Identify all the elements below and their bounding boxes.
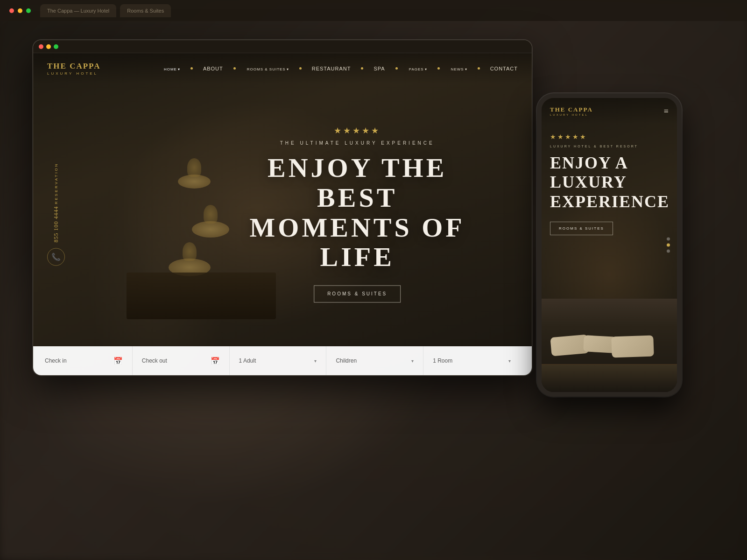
browser-tab-secondary[interactable]: Rooms & Suites [120,4,171,17]
side-reservation: RESERVATION 855 100 4444 📞 [47,162,65,266]
rooms-field[interactable]: 1 Room ▾ [423,346,520,375]
reservation-phone: 855 100 4444 [53,206,60,243]
hotel-website: THE CAPPA LUXURY HOTEL HOME▾ ABOUT ROOMS… [33,53,532,375]
nav-separator-6 [437,67,440,70]
nav-separator-2 [233,67,236,70]
hero-title: ENJOY THE BEST MOMENTS OF LIFE [233,153,482,272]
pillow-3 [611,335,654,357]
mockup-close[interactable] [39,44,43,49]
children-label: Children [336,357,357,364]
children-field[interactable]: Children ▾ [326,346,423,375]
nav-about[interactable]: ABOUT [203,66,223,71]
hat-decoration-2 [192,221,229,238]
adults-dropdown-arrow: ▾ [314,358,317,364]
rooms-dropdown-arrow: ▾ [508,358,511,364]
nav-restaurant[interactable]: RESTAURANT [312,66,351,71]
adults-label: 1 Adult [239,357,256,364]
nav-home[interactable]: HOME▾ [163,66,180,71]
mobile-slide-dots [667,238,670,253]
mobile-dot-1[interactable] [667,238,670,241]
nav-news[interactable]: NEWS▾ [450,66,467,71]
reservation-label: RESERVATION [54,162,58,204]
mockup-minimize[interactable] [46,44,51,49]
children-dropdown-arrow: ▾ [411,358,414,364]
hero-subtitle: THE ULTIMATE LUXURY EXPERIENCE [233,140,482,146]
window-expand-dot[interactable] [26,8,31,13]
checkin-field[interactable]: Check in 📅 [45,346,133,375]
checkout-label: Check out [142,357,167,364]
mobile-stars: ★★★★★ [550,133,669,141]
nav-rooms[interactable]: ROOMS & SUITES▾ [246,66,289,71]
hero-cta-button[interactable]: ROOMS & SUITES [314,286,401,303]
mobile-hero-subtitle: LUXURY HOTEL & BEST RESORT [550,145,669,148]
adults-field[interactable]: 1 Adult ▾ [230,346,327,375]
desktop-mockup: THE CAPPA LUXURY HOTEL HOME▾ ABOUT ROOMS… [33,40,532,376]
bed-frame [542,364,677,392]
mobile-hero-content: ★★★★★ LUXURY HOTEL & BEST RESORT ENJOY A… [542,133,677,235]
mobile-logo[interactable]: THE CAPPA LUXURY HOTEL [550,106,593,116]
main-navigation: THE CAPPA LUXURY HOTEL HOME▾ ABOUT ROOMS… [33,53,532,84]
mobile-logo-tagline: LUXURY HOTEL [550,113,593,116]
phone-symbol: 📞 [51,252,61,261]
window-minimize-dot[interactable] [18,8,22,13]
mobile-bed-area [542,275,677,392]
nav-contact[interactable]: CONTACT [490,66,518,71]
logo-name: THE CAPPA [47,62,101,71]
mobile-hero-title: ENJOY A LUXURY EXPERIENCE [550,154,669,211]
hero-stars: ★★★★★ [233,126,482,136]
logo-tagline: LUXURY HOTEL [47,71,101,76]
browser-tab-label: The Cappa — Luxury Hotel [47,8,109,14]
bed-visual [542,299,677,392]
mobile-logo-name: THE CAPPA [550,106,593,113]
window-close-dot[interactable] [9,8,14,13]
browser-tab-bar: The Cappa — Luxury Hotel Rooms & Suites [0,0,747,21]
nav-separator-4 [361,67,363,70]
checkout-field[interactable]: Check out 📅 [133,346,230,375]
mobile-navigation: THE CAPPA LUXURY HOTEL ≡ [542,98,677,124]
mockup-title-bar [33,40,532,53]
mobile-dot-2[interactable] [667,244,670,247]
nav-separator-5 [395,67,398,70]
browser-tab-label-2: Rooms & Suites [127,8,164,14]
mobile-mockup: THE CAPPA LUXURY HOTEL ≡ ★★★★★ LUXURY HO… [537,93,682,397]
booking-bar: Check in 📅 Check out 📅 1 Adult ▾ Childre… [33,346,532,375]
calendar-icon-checkin: 📅 [113,357,123,365]
mobile-website: THE CAPPA LUXURY HOTEL ≡ ★★★★★ LUXURY HO… [542,98,677,392]
phone-icon[interactable]: 📞 [47,248,65,266]
checkin-label: Check in [45,357,67,364]
mobile-dot-3[interactable] [667,250,670,253]
nav-pages[interactable]: PAGES▾ [408,66,427,71]
nav-separator [190,67,193,70]
rooms-label: 1 Room [433,357,452,364]
mockup-maximize[interactable] [54,44,58,49]
browser-tab-active[interactable]: The Cappa — Luxury Hotel [40,4,116,17]
nav-separator-3 [299,67,302,70]
site-logo[interactable]: THE CAPPA LUXURY HOTEL [47,62,101,76]
mobile-menu-button[interactable]: ≡ [664,107,669,115]
mobile-cta-button[interactable]: ROOMS & SUITES [550,222,613,235]
hero-content: ★★★★★ THE ULTIMATE LUXURY EXPERIENCE ENJ… [233,126,482,302]
nav-separator-7 [478,67,480,70]
hat-decoration-1 [178,175,211,189]
nav-links-container: HOME▾ ABOUT ROOMS & SUITES▾ RESTAURANT S… [163,66,518,71]
nav-spa[interactable]: SPA [374,66,385,71]
calendar-icon-checkout: 📅 [211,357,220,365]
